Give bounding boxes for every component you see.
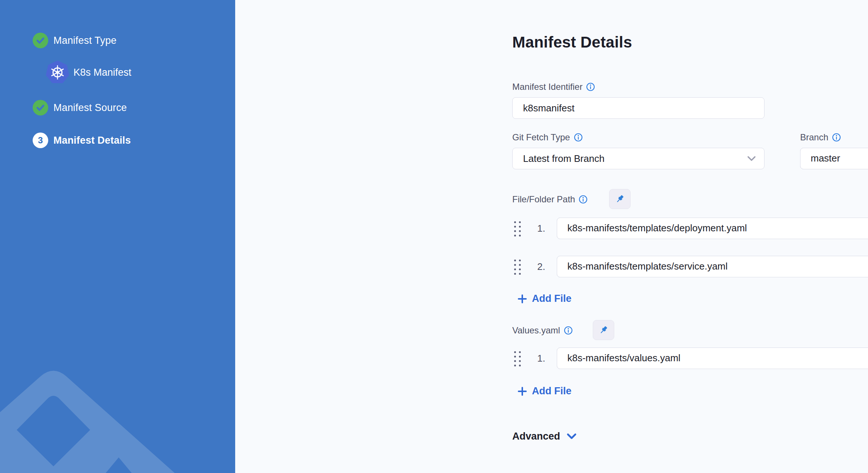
advanced-toggle[interactable]: Advanced [512,431,576,442]
drag-handle[interactable] [514,258,522,276]
add-file-label: Add File [532,293,572,304]
file-path-row-2 [557,256,868,277]
page-title: Manifest Details [512,33,632,51]
chevron-down-icon [567,433,576,440]
check-circle-icon [33,100,48,115]
row-index: 1. [529,223,545,234]
file-folder-path-pin-button[interactable] [609,189,631,209]
chevron-down-icon [747,153,756,164]
manifest-details-panel: Manifest Details Manifest Identifier Git… [235,0,868,473]
git-fetch-type-select[interactable]: Latest from Branch [512,148,765,169]
manifest-details-dialog: Manifest Type [0,0,868,473]
info-icon[interactable] [579,195,588,204]
row-index: 1. [529,353,545,364]
step-label: Manifest Details [53,135,131,146]
file-path-input-1[interactable] [557,218,868,239]
info-icon[interactable] [564,326,573,335]
label-text: Git Fetch Type [512,132,570,143]
add-file-button[interactable]: Add File [517,293,572,304]
info-icon[interactable] [586,82,595,91]
sidebar-step-manifest-details[interactable]: 3 Manifest Details [0,129,235,152]
step-label: Manifest Source [53,102,127,114]
plus-icon [517,294,527,304]
label-text: File/Folder Path [512,194,575,205]
values-path-input-1[interactable] [557,348,868,369]
manifest-identifier-label: Manifest Identifier [512,81,595,92]
pin-icon [598,325,609,335]
wizard-sidebar: Manifest Type [0,0,235,473]
file-path-input-2[interactable] [557,256,868,277]
add-values-file-button[interactable]: Add File [517,385,572,397]
sidebar-substep-k8s-manifest[interactable]: K8s Manifest [0,61,235,84]
file-path-row-1 [557,218,868,239]
branch-field [800,148,868,169]
drag-handle[interactable] [514,219,522,238]
label-text: Branch [800,132,828,143]
advanced-label: Advanced [512,431,560,442]
info-icon[interactable] [574,133,583,142]
values-yaml-label: Values.yaml [512,325,573,336]
branch-label: Branch [800,132,841,143]
harness-logo-watermark [0,265,235,473]
sidebar-step-manifest-type[interactable]: Manifest Type [0,29,235,52]
k8s-icon [46,61,69,84]
sidebar-step-manifest-source[interactable]: Manifest Source [0,96,235,119]
values-yaml-pin-button[interactable] [593,320,614,340]
label-text: Manifest Identifier [512,82,582,92]
file-folder-path-label: File/Folder Path [512,194,588,205]
branch-input[interactable] [800,148,868,169]
values-path-row-1 [557,348,868,369]
select-value: Latest from Branch [523,153,605,164]
step-label: Manifest Type [53,35,116,46]
pin-icon [615,194,625,204]
add-file-label: Add File [532,385,572,397]
info-icon[interactable] [832,133,841,142]
step-label: K8s Manifest [73,67,131,78]
label-text: Values.yaml [512,325,560,336]
row-index: 2. [529,261,545,273]
plus-icon [517,386,527,397]
manifest-identifier-input[interactable] [512,97,765,119]
drag-handle[interactable] [514,349,522,368]
step-number-badge: 3 [33,133,48,148]
check-circle-icon [33,33,48,48]
git-fetch-type-label: Git Fetch Type [512,132,583,143]
